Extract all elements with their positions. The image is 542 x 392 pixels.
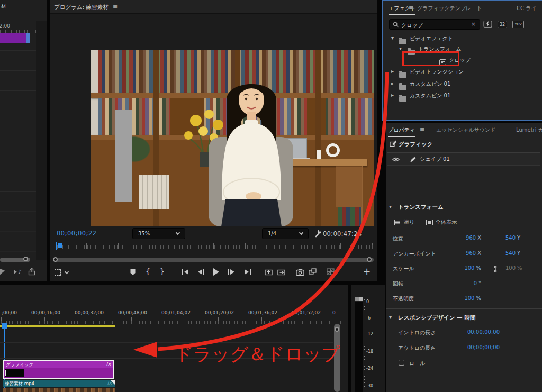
tree-item-custom-bin-2[interactable]: ▸ カスタムビン 01 — [383, 92, 541, 100]
tab-cc-libraries[interactable]: CC ライ — [517, 5, 537, 12]
chevron-down-icon[interactable]: ▾ — [391, 35, 394, 41]
meter-peak-indicator-left[interactable] — [355, 297, 359, 301]
fill-icon — [394, 220, 401, 225]
export-button[interactable] — [28, 268, 36, 276]
step-back-button[interactable] — [198, 269, 204, 275]
video-gray-shape-rect[interactable] — [115, 110, 132, 202]
position-x-value[interactable]: 960X — [455, 235, 481, 241]
tree-item-video-transitions[interactable]: ▸ ビデオトランジション — [383, 68, 541, 76]
meter-scale-label: -12 — [366, 332, 373, 336]
position-y-value[interactable]: 540Y — [505, 235, 520, 241]
add-button[interactable]: + — [363, 266, 371, 277]
timeline-clip-graphic[interactable]: グラフィック fx — [3, 360, 114, 379]
chevron-right-icon[interactable]: ▸ — [391, 92, 394, 98]
property-row-rotation: 回転 0° — [386, 280, 542, 288]
chevron-right-icon[interactable]: ▸ — [391, 68, 394, 74]
panel-menu-icon[interactable]: ≡ — [420, 126, 424, 133]
left-panel-right-gutter — [36, 21, 47, 260]
monitor-playhead-handle[interactable] — [58, 243, 62, 248]
program-monitor-video[interactable] — [91, 50, 374, 226]
intro-duration-value[interactable]: 00;00;00;00 — [467, 329, 500, 335]
video-floor-books — [338, 207, 361, 226]
search-clear-button[interactable]: × — [471, 21, 476, 28]
clip-caret — [5, 370, 6, 376]
go-to-in-button[interactable] — [182, 269, 188, 275]
monitor-resolution-select[interactable]: 1/4 — [262, 228, 309, 239]
monitor-zoom-select[interactable]: 35% — [132, 228, 185, 239]
bit32-filter-button[interactable]: 32 — [498, 21, 507, 28]
fill-button[interactable]: 塗り — [394, 218, 414, 226]
shape-layer-label[interactable]: シェイプ 01 — [420, 156, 450, 163]
shape-layer-list: シェイプ 01 — [387, 152, 540, 177]
monitor-settings-wrench[interactable] — [314, 229, 322, 238]
fit-label: 全体表示 — [436, 218, 457, 226]
property-row-opacity: 不透明度 100% — [386, 295, 542, 303]
monitor-hscrollbar-knob-right[interactable] — [367, 257, 372, 262]
chevron-down-icon[interactable]: ▾ — [389, 204, 392, 209]
tab-graphic-templates[interactable]: グラフィックテンプレート — [417, 5, 482, 12]
timeline-vscrollbar-knob[interactable] — [335, 327, 339, 332]
chevron-right-icon[interactable]: ▸ — [391, 80, 394, 86]
rotation-value[interactable]: 0° — [455, 280, 481, 286]
search-input[interactable]: クロップ — [401, 22, 423, 29]
anchor-x-value[interactable]: 960X — [455, 250, 481, 256]
left-panel-partial-icon[interactable] — [0, 268, 5, 275]
timeline-clip-video[interactable]: 練習素材.mp4 fx — [3, 380, 115, 387]
meter-peak-indicator-right[interactable] — [359, 297, 363, 301]
anchor-y-value[interactable]: 540Y — [505, 250, 520, 256]
chevron-down-icon[interactable]: ▾ — [389, 314, 392, 320]
extract-button[interactable] — [277, 268, 285, 276]
responsive-section-label[interactable]: レスポンシブデザイン — 時間 — [398, 314, 475, 322]
tab-properties[interactable]: プロパティ — [388, 126, 415, 137]
step-back-icon — [203, 269, 204, 275]
play-audio-button[interactable]: ♪ — [14, 269, 21, 275]
shape-layer-row[interactable]: シェイプ 01 — [387, 153, 540, 166]
visibility-eye-icon[interactable] — [392, 157, 400, 162]
lift-icon — [265, 268, 273, 276]
shape-layer-empty-row[interactable] — [387, 166, 540, 177]
scale-x-value[interactable]: 100% — [455, 265, 481, 271]
mark-out-button[interactable]: } — [160, 267, 165, 276]
left-panel-clip-bar[interactable] — [0, 33, 30, 43]
mark-in-button[interactable]: { — [146, 267, 150, 276]
fit-to-frame-button[interactable]: 全体表示 — [426, 218, 457, 226]
monitor-hscrollbar[interactable] — [53, 258, 374, 262]
property-row-anchor: アンカーポイント 960X 540Y — [386, 250, 542, 258]
step-forward-icon — [228, 269, 229, 275]
roll-checkbox[interactable] — [399, 360, 404, 366]
yuv-filter-button[interactable]: YUV — [512, 21, 524, 28]
multicam-button[interactable] — [327, 268, 335, 275]
left-panel-hscrollbar-knob[interactable] — [23, 257, 28, 261]
accelerated-effects-button[interactable] — [483, 20, 492, 28]
comparison-view-button[interactable] — [309, 268, 317, 275]
link-icon[interactable] — [493, 266, 498, 272]
monitor-duration: 00;00;47;28 — [323, 230, 362, 238]
outro-duration-value[interactable]: 00;00;00;00 — [467, 344, 500, 350]
multicam-icon — [327, 268, 335, 275]
opacity-value[interactable]: 100% — [455, 295, 481, 301]
panel-menu-icon[interactable]: ≡ — [113, 3, 118, 10]
go-to-out-button[interactable] — [245, 269, 251, 275]
chevron-down-icon[interactable]: ▾ — [399, 45, 402, 51]
timeline-clip-thumbnails[interactable] — [3, 388, 115, 392]
accelerated-effects-icon — [483, 20, 492, 28]
monitor-hscrollbar-knob-left[interactable] — [53, 257, 58, 262]
monitor-playhead[interactable] — [56, 242, 57, 250]
ruler-label: 00;01;04;02 — [161, 310, 191, 315]
button-editor-settings[interactable] — [55, 269, 68, 276]
lift-button[interactable] — [265, 268, 273, 276]
step-forward-button[interactable] — [228, 269, 234, 275]
panel-menu-icon[interactable]: ≡ — [409, 4, 413, 11]
tab-essential-sound[interactable]: エッセンシャルサウンド — [436, 126, 496, 134]
monitor-current-timecode[interactable]: 00;00;00;22 — [57, 230, 97, 237]
tree-item-video-effects[interactable]: ▾ ビデオエフェクト — [383, 34, 541, 43]
add-marker-button[interactable] — [130, 269, 136, 276]
tab-lumetri-color[interactable]: Lumetri カ — [516, 126, 542, 134]
extract-icon — [277, 268, 285, 276]
export-frame-button[interactable] — [296, 269, 304, 276]
tree-item-custom-bin-1[interactable]: ▸ カスタムビン 01 — [383, 80, 541, 88]
timeline-ruler[interactable]: ;00;00 00;00;16;00 00;00;32;00 00;00;48;… — [0, 310, 348, 317]
transform-section-label[interactable]: トランスフォーム — [398, 204, 444, 211]
play-button[interactable] — [213, 268, 219, 276]
effects-search-box[interactable]: クロップ × — [389, 19, 480, 30]
